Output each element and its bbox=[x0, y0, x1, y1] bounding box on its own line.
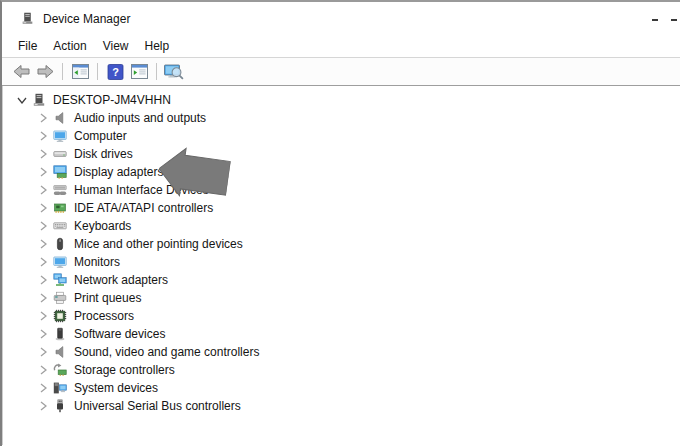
scan-hardware-changes-button[interactable] bbox=[162, 60, 186, 84]
tree-item-label: System devices bbox=[74, 381, 158, 395]
tree-item-label: Sound, video and game controllers bbox=[74, 345, 259, 359]
menu-action[interactable]: Action bbox=[53, 39, 86, 53]
tree-item-desktop-jm4vhhn[interactable]: DESKTOP-JM4VHHN bbox=[3, 91, 680, 109]
minimize-icon[interactable] bbox=[652, 19, 658, 21]
annotation-arrow-icon bbox=[155, 143, 232, 204]
display-adapter-icon bbox=[53, 165, 67, 179]
ide-controller-icon bbox=[53, 201, 67, 215]
audio-speaker-icon bbox=[53, 345, 67, 359]
software-device-icon bbox=[53, 327, 67, 341]
chevron-right-icon[interactable] bbox=[37, 383, 49, 393]
maximize-icon[interactable] bbox=[671, 19, 677, 21]
tree-item-label: Network adapters bbox=[74, 273, 168, 287]
device-manager-window: Device Manager File Action View Help ? D… bbox=[0, 0, 680, 446]
chevron-right-icon[interactable] bbox=[37, 293, 49, 303]
tree-item-label: Processors bbox=[74, 309, 134, 323]
back-arrow-icon bbox=[13, 64, 30, 79]
chevron-right-icon[interactable] bbox=[37, 347, 49, 357]
chevron-right-icon[interactable] bbox=[37, 275, 49, 285]
tree-item-label: Storage controllers bbox=[74, 363, 175, 377]
toolbar-separator bbox=[62, 63, 63, 80]
forward-arrow-icon bbox=[37, 64, 54, 79]
audio-speaker-icon bbox=[53, 111, 67, 125]
tree-item-label: IDE ATA/ATAPI controllers bbox=[74, 201, 213, 215]
title-bar: Device Manager bbox=[2, 2, 680, 35]
tree-item-system-devices[interactable]: System devices bbox=[3, 379, 680, 397]
monitor-icon bbox=[53, 129, 67, 143]
tree-item-disk-drives[interactable]: Disk drives bbox=[3, 145, 680, 163]
chevron-right-icon[interactable] bbox=[37, 365, 49, 375]
chevron-right-icon[interactable] bbox=[37, 185, 49, 195]
menu-view[interactable]: View bbox=[103, 39, 129, 53]
tree-item-label: Print queues bbox=[74, 291, 141, 305]
tree-item-storage-controllers[interactable]: Storage controllers bbox=[3, 361, 680, 379]
tree-item-label: Software devices bbox=[74, 327, 165, 341]
tree-item-processors[interactable]: Processors bbox=[3, 307, 680, 325]
disk-drive-icon bbox=[53, 147, 67, 161]
tree-item-print-queues[interactable]: Print queues bbox=[3, 289, 680, 307]
toolbar: ? bbox=[2, 58, 680, 86]
tree-item-sound-video-and-game-controllers[interactable]: Sound, video and game controllers bbox=[3, 343, 680, 361]
chevron-right-icon[interactable] bbox=[37, 221, 49, 231]
show-console-tree-button[interactable] bbox=[68, 60, 92, 84]
help-icon: ? bbox=[107, 64, 124, 80]
mouse-icon bbox=[53, 237, 67, 251]
back-button[interactable] bbox=[9, 60, 33, 84]
chevron-down-icon[interactable] bbox=[16, 97, 28, 104]
tree-item-label: Keyboards bbox=[74, 219, 131, 233]
tree-item-network-adapters[interactable]: Network adapters bbox=[3, 271, 680, 289]
tree-item-keyboards[interactable]: Keyboards bbox=[3, 217, 680, 235]
menu-help[interactable]: Help bbox=[145, 39, 170, 53]
keyboard-icon bbox=[53, 219, 67, 233]
help-button[interactable]: ? bbox=[103, 60, 127, 84]
menu-file[interactable]: File bbox=[18, 39, 37, 53]
device-manager-icon bbox=[21, 12, 35, 26]
chevron-right-icon[interactable] bbox=[37, 257, 49, 267]
monitor-icon bbox=[53, 255, 67, 269]
forward-button[interactable] bbox=[33, 60, 57, 84]
system-device-icon bbox=[53, 381, 67, 395]
tree-item-label: Monitors bbox=[74, 255, 120, 269]
tree-item-ide-ata-atapi-controllers[interactable]: IDE ATA/ATAPI controllers bbox=[3, 199, 680, 217]
toolbar-separator bbox=[156, 63, 157, 80]
tree-item-label: Audio inputs and outputs bbox=[74, 111, 206, 125]
action-pane-icon bbox=[131, 64, 148, 79]
tree-item-label: Disk drives bbox=[74, 147, 133, 161]
chevron-right-icon[interactable] bbox=[37, 311, 49, 321]
device-tree-panel: DESKTOP-JM4VHHNAudio inputs and outputsC… bbox=[2, 86, 680, 445]
chevron-right-icon[interactable] bbox=[37, 113, 49, 123]
chevron-right-icon[interactable] bbox=[37, 149, 49, 159]
device-tree: DESKTOP-JM4VHHNAudio inputs and outputsC… bbox=[3, 86, 680, 415]
chevron-right-icon[interactable] bbox=[37, 203, 49, 213]
menu-bar: File Action View Help bbox=[2, 35, 680, 58]
tree-item-monitors[interactable]: Monitors bbox=[3, 253, 680, 271]
tree-item-audio-inputs-and-outputs[interactable]: Audio inputs and outputs bbox=[3, 109, 680, 127]
storage-controller-icon bbox=[53, 363, 67, 377]
tree-item-label: Universal Serial Bus controllers bbox=[74, 399, 241, 413]
chevron-right-icon[interactable] bbox=[37, 167, 49, 177]
processor-icon bbox=[53, 309, 67, 323]
show-action-pane-button[interactable] bbox=[127, 60, 151, 84]
chevron-right-icon[interactable] bbox=[37, 329, 49, 339]
hid-icon bbox=[53, 183, 67, 197]
svg-text:?: ? bbox=[112, 66, 119, 78]
network-adapter-icon bbox=[53, 273, 67, 287]
computer-pc-icon bbox=[32, 93, 46, 107]
window-title: Device Manager bbox=[43, 12, 130, 26]
printer-icon bbox=[53, 291, 67, 305]
tree-item-display-adapters[interactable]: Display adapters bbox=[3, 163, 680, 181]
console-tree-icon bbox=[72, 64, 89, 79]
tree-item-universal-serial-bus-controllers[interactable]: Universal Serial Bus controllers bbox=[3, 397, 680, 415]
chevron-right-icon[interactable] bbox=[37, 239, 49, 249]
toolbar-separator bbox=[97, 63, 98, 80]
tree-item-mice-and-other-pointing-devices[interactable]: Mice and other pointing devices bbox=[3, 235, 680, 253]
tree-item-label: DESKTOP-JM4VHHN bbox=[53, 93, 171, 107]
tree-item-human-interface-devices[interactable]: Human Interface Devices bbox=[3, 181, 680, 199]
tree-item-label: Computer bbox=[74, 129, 127, 143]
chevron-right-icon[interactable] bbox=[37, 131, 49, 141]
tree-item-software-devices[interactable]: Software devices bbox=[3, 325, 680, 343]
tree-item-computer[interactable]: Computer bbox=[3, 127, 680, 145]
usb-icon bbox=[53, 399, 67, 413]
chevron-right-icon[interactable] bbox=[37, 401, 49, 411]
scan-hardware-icon bbox=[164, 64, 184, 80]
